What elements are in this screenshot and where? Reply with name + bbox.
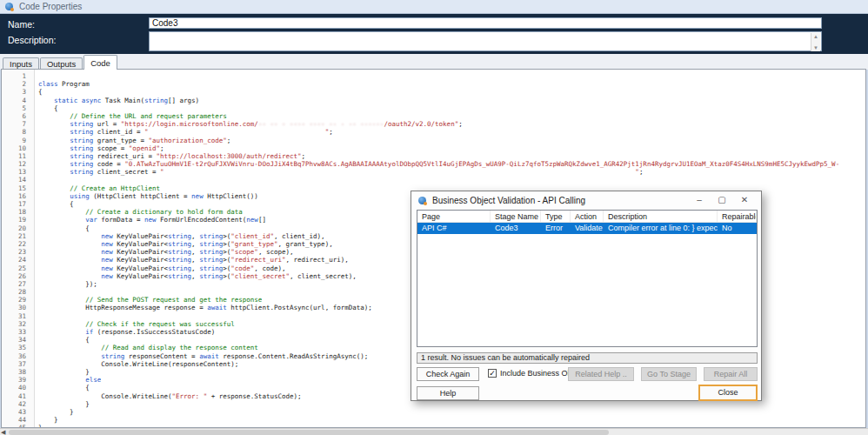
code-text: // Define the URL and request parameters [35,112,227,120]
code-text: { [35,336,90,344]
column-header[interactable]: Type [541,211,571,222]
app-icon [5,3,13,10]
line-number: 40 [2,384,35,392]
line-number: 31 [2,312,35,320]
line-number: 14 [2,176,35,184]
column-header[interactable]: Stage Name [491,211,541,222]
help-button[interactable]: Help [417,386,479,400]
checkbox-check-icon[interactable]: ✓ [488,369,497,378]
code-text: string client_secret = " "; [35,168,643,176]
name-label: Name: [8,19,35,30]
code-text: if (response.IsSuccessStatusCode) [35,328,215,336]
code-text: string responseContent = await response.… [35,352,368,360]
dialog-title: Business Object Validation - API Calling [432,196,585,205]
line-number: 9 [2,137,35,144]
code-line: 44 } [2,416,865,424]
line-number: 1 [2,72,35,80]
code-line: 13 string client_secret = " "; [2,168,865,176]
editor-horizontal-scrollbar[interactable]: ◀ [0,428,868,435]
table-header: PageStage NameTypeActionDescriptionRepai… [417,211,757,223]
line-number: 21 [2,232,35,240]
minimize-icon[interactable]: – [688,193,711,207]
line-number: 13 [2,168,35,176]
repair-all-button[interactable]: Repair All [704,367,758,381]
tab-outputs[interactable]: Outputs [40,57,83,70]
code-line: 4 static async Task Main(string[] args) [2,97,865,104]
line-number: 7 [2,120,35,128]
line-number: 20 [2,224,35,232]
code-line: 2class Program [2,80,865,88]
code-text [35,72,38,80]
description-scrollbar[interactable]: ▲ ▼ [811,33,820,51]
tab-code[interactable]: Code [83,55,117,70]
line-number: 27 [2,280,35,288]
line-number: 19 [2,216,35,224]
code-line: 11 string redirect_uri = "http://localho… [2,152,865,160]
code-line: 12 string code = "0.ATwAzTuuOHmV1E-t2rQu… [2,160,865,168]
table-row[interactable]: API C#Code3ErrorValidateCompiler error a… [417,223,757,234]
column-header[interactable]: Repairable [718,211,757,222]
table-cell: Code3 [491,223,541,234]
line-number: 26 [2,272,35,280]
check-again-button[interactable]: Check Again [417,367,479,381]
code-text: // Create a dictionary to hold form data [35,208,243,216]
code-line: 1 [2,72,865,80]
close-button[interactable]: Close [698,385,758,401]
scroll-down-icon[interactable]: ▼ [813,45,818,50]
scroll-up-icon[interactable]: ▲ [813,34,818,39]
line-number: 33 [2,328,35,336]
go-to-stage-button[interactable]: Go To Stage [641,367,697,381]
line-number: 24 [2,256,35,264]
status-bar: 1 result. No issues can be automatically… [417,352,758,364]
code-text: { [35,104,58,112]
line-number: 3 [2,88,35,96]
code-text: } [35,400,90,408]
code-text: // Check if the request was successful [35,320,235,328]
related-help-button[interactable]: Related Help .. [568,367,634,381]
code-text: Console.WriteLine("Error: " + response.S… [35,392,302,400]
line-number: 16 [2,192,35,200]
code-line: 14 [2,176,865,184]
table-cell: Compiler error at line 0: } expected [604,223,718,234]
line-number: 28 [2,288,35,296]
code-text: string redirect_uri = "http://localhost:… [35,152,305,160]
code-text: new KeyValuePair<string, string>("redire… [35,256,349,264]
table-cell: Validate [571,223,604,234]
line-number: 36 [2,352,35,360]
code-text: // Read and display the response content [35,344,258,351]
table-cell: API C# [417,223,491,234]
tab-inputs[interactable]: Inputs [3,57,39,70]
column-header[interactable]: Action [571,211,604,222]
name-input[interactable] [149,17,822,29]
code-text: new KeyValuePair<string, string>("scope"… [35,248,294,256]
close-icon[interactable]: ✕ [733,193,756,207]
scrollbar-thumb[interactable] [9,430,609,435]
dialog-window-controls: – ▢ ✕ [688,193,756,207]
code-text [35,176,38,184]
code-text: { [35,384,90,392]
window-titlebar: Code Properties [0,0,868,14]
dialog-icon [418,197,426,204]
code-text: new KeyValuePair<string, string>("grant_… [35,240,333,248]
maximize-icon[interactable]: ▢ [711,193,733,207]
table-body: API C#Code3ErrorValidateCompiler error a… [417,223,757,234]
line-number: 11 [2,152,35,160]
code-line: 5 { [2,104,865,112]
line-number: 29 [2,296,35,304]
code-text: static async Task Main(string[] args) [35,97,199,104]
code-text: string code = "0.ATwAzTuuOHmV1E-t2rQuFJX… [35,160,839,168]
description-input[interactable]: ▲ ▼ [149,31,822,51]
code-line: 10 string scope = "openid"; [2,144,865,152]
code-line: 42 } [2,400,865,408]
line-number: 41 [2,392,35,400]
code-text: new KeyValuePair<string, string>("client… [35,272,357,280]
window-title: Code Properties [19,2,82,11]
code-text: { [35,88,43,96]
scroll-left-icon[interactable]: ◀ [1,428,5,435]
code-text: { [35,200,74,208]
column-header[interactable]: Page [417,211,491,222]
column-header[interactable]: Description [604,211,718,222]
code-text [35,312,38,320]
code-text: // Send the POST request and get the res… [35,296,262,304]
line-number: 23 [2,248,35,256]
